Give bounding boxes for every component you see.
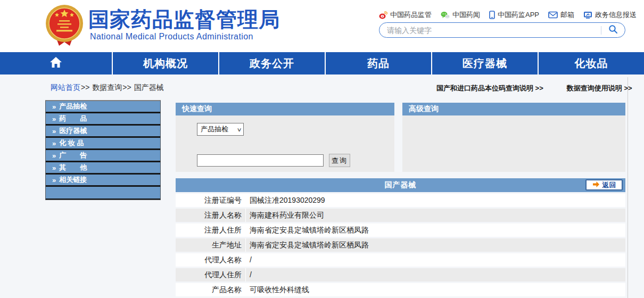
- monitor-icon: [583, 11, 592, 19]
- search-input[interactable]: [379, 26, 601, 35]
- sidebar-item-label: 广 告: [59, 151, 87, 160]
- sidebar-menu: » 产品抽检 » 药 品 » 医疗器械 » 化 妆 品 » 广 告 » 其 他: [45, 100, 161, 200]
- double-chevron-icon: »: [52, 103, 56, 111]
- back-button-label: 返回: [602, 180, 616, 190]
- table-row: 产品名称 可吸收性外科缝线: [176, 283, 625, 296]
- sidebar-item-label: 医疗器械: [59, 126, 87, 136]
- quick-link-mail[interactable]: 邮箱: [548, 10, 574, 20]
- quick-link-weibo[interactable]: 中国药品监管: [379, 10, 432, 20]
- result-table-header: 国产器械 返回: [176, 178, 625, 192]
- double-chevron-icon: »: [52, 115, 56, 123]
- double-chevron-icon: »: [52, 127, 56, 135]
- wechat-icon: [441, 11, 450, 19]
- breadcrumb-separator: >>: [81, 83, 89, 92]
- quick-link-report[interactable]: 政务信息报送: [583, 10, 637, 20]
- nav-home[interactable]: [0, 52, 112, 74]
- row-label: 注册证编号: [176, 194, 246, 207]
- advanced-query-body: [402, 115, 625, 172]
- phone-icon: [489, 11, 495, 19]
- row-value: 海南省定安县定城镇塔岭新区栖凤路: [246, 238, 625, 252]
- search-button[interactable]: [601, 23, 625, 37]
- row-label: 注册人名称: [176, 209, 246, 222]
- row-value: 海南省定安县定城镇塔岭新区栖凤路: [246, 224, 625, 237]
- nav-item-gov[interactable]: 政务公开: [218, 52, 325, 74]
- sidebar-filler: [46, 187, 160, 200]
- chevron-down-icon: ∨: [236, 127, 242, 133]
- query-submit-button[interactable]: 查询: [329, 154, 350, 167]
- quick-link-label: 政务信息报送: [595, 10, 637, 20]
- category-select-value: 产品抽检: [201, 125, 228, 134]
- breadcrumb: 网站首页>>数据查询>>国产器械: [51, 83, 164, 93]
- quick-link-app[interactable]: 中国药监APP: [489, 10, 539, 20]
- advanced-query-panel: 高级查询: [402, 103, 625, 172]
- row-label: 代理人名称: [176, 253, 246, 267]
- query-keyword-input[interactable]: [197, 154, 324, 167]
- advanced-query-title: 高级查询: [402, 103, 625, 115]
- sidebar-item-drugs[interactable]: » 药 品: [46, 113, 160, 126]
- double-chevron-icon: »: [52, 139, 56, 147]
- sidebar-item-related-links[interactable]: » 相关链接: [46, 175, 160, 187]
- sidebar-item-cosmetics[interactable]: » 化 妆 品: [46, 138, 160, 150]
- row-label: 生产地址: [176, 238, 246, 252]
- row-value: 可吸收性外科缝线: [246, 283, 625, 296]
- query-help-link[interactable]: 数据查询使用说明 >>: [567, 84, 632, 93]
- breadcrumb-home-link[interactable]: 网站首页: [51, 83, 80, 92]
- row-label: 代理人住所: [176, 268, 246, 282]
- row-value: 国械注准20193020299: [246, 194, 625, 207]
- double-chevron-icon: »: [52, 164, 56, 172]
- sidebar-item-label: 其 他: [59, 163, 87, 172]
- barcode-help-link[interactable]: 国产和进口药品本位码查询说明 >>: [436, 84, 543, 93]
- sidebar-item-advertising[interactable]: » 广 告: [46, 150, 160, 162]
- national-emblem-logo: [45, 4, 84, 48]
- weibo-icon: [379, 11, 387, 19]
- sidebar-item-medical-devices[interactable]: » 医疗器械: [46, 126, 160, 138]
- quick-link-label: 中国药闻: [452, 10, 480, 20]
- result-table-title: 国产器械: [385, 180, 417, 190]
- quick-query-body: 产品抽检 ∨ 查询: [176, 115, 394, 172]
- sidebar-item-label: 产品抽检: [59, 102, 87, 111]
- result-table: 国产器械 返回 注册证编号 国械注准20193020299 注册人名称 海南建科…: [176, 178, 625, 296]
- site-header: 国家药品监督管理局 National Medical Products Admi…: [0, 0, 644, 52]
- sidebar-item-label: 相关链接: [59, 175, 87, 185]
- table-row: 生产地址 海南省定安县定城镇塔岭新区栖凤路: [176, 238, 625, 252]
- site-subtitle: National Medical Products Administration: [90, 32, 253, 42]
- nav-item-devices[interactable]: 医疗器械: [431, 52, 538, 74]
- quick-link-label: 中国药品监管: [390, 10, 432, 20]
- table-row: 注册证编号 国械注准20193020299: [176, 194, 625, 207]
- quick-query-panel: 快速查询 产品抽检 ∨ 查询: [176, 103, 394, 172]
- row-label: 注册人住所: [176, 224, 246, 237]
- row-value: /: [246, 253, 625, 267]
- site-title: 国家药品监督管理局: [88, 5, 280, 34]
- home-icon: [49, 56, 62, 71]
- breadcrumb-current: 国产器械: [134, 83, 164, 92]
- row-label: 产品名称: [176, 283, 246, 296]
- row-value: 海南建科药业有限公司: [246, 209, 625, 222]
- header-quick-links: 中国药品监管 中国药闻: [379, 10, 629, 20]
- quick-link-label: 邮箱: [560, 10, 574, 20]
- table-row: 代理人住所 /: [176, 268, 625, 282]
- help-links: 国产和进口药品本位码查询说明 >> 数据查询使用说明 >>: [436, 84, 623, 93]
- breadcrumb-data-query[interactable]: 数据查询: [92, 83, 122, 92]
- sidebar-item-label: 化 妆 品: [59, 138, 84, 148]
- mail-icon: [548, 11, 558, 19]
- quick-query-title: 快速查询: [176, 103, 394, 115]
- nav-item-cosmetics[interactable]: 化妆品: [538, 52, 644, 74]
- search-icon: [608, 24, 618, 36]
- nav-item-org[interactable]: 机构概况: [112, 52, 218, 74]
- nav-item-drugs[interactable]: 药品: [325, 52, 431, 74]
- quick-link-wechat[interactable]: 中国药闻: [441, 10, 480, 20]
- sidebar-item-other[interactable]: » 其 他: [46, 162, 160, 175]
- double-chevron-icon: »: [52, 176, 56, 184]
- double-chevron-icon: »: [52, 152, 56, 160]
- main-nav: 机构概况 政务公开 药品 医疗器械 化妆品: [0, 52, 644, 74]
- orange-arrow-icon: [592, 180, 600, 190]
- sidebar-item-product-sampling[interactable]: » 产品抽检: [46, 101, 160, 113]
- table-row: 注册人住所 海南省定安县定城镇塔岭新区栖凤路: [176, 224, 625, 237]
- site-search: [379, 22, 625, 38]
- container-right-border: [628, 77, 628, 298]
- back-button[interactable]: 返回: [585, 179, 623, 191]
- category-select[interactable]: 产品抽检 ∨: [197, 123, 244, 136]
- table-row: 代理人名称 /: [176, 253, 625, 267]
- table-row: 注册人名称 海南建科药业有限公司: [176, 209, 625, 222]
- quick-link-label: 中国药监APP: [498, 10, 539, 20]
